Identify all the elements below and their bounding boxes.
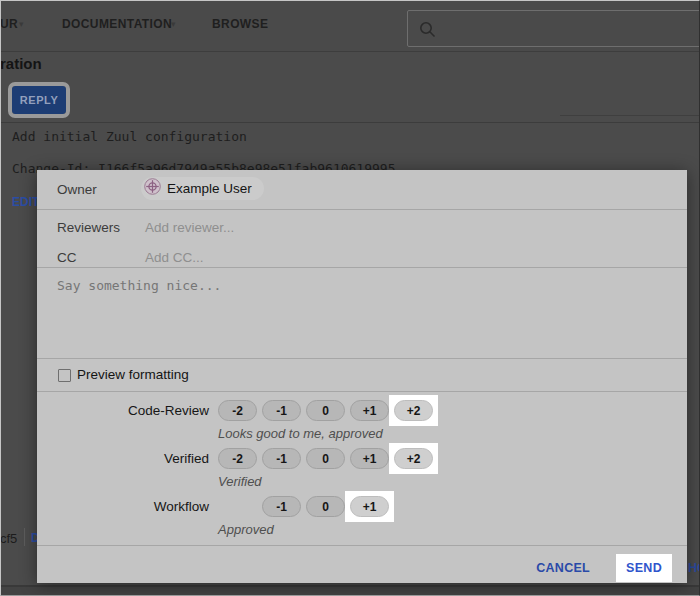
score-label: Workflow	[37, 499, 209, 514]
vote-button[interactable]: -2	[218, 400, 257, 421]
vote-button-group: -2 -1 0 +1 +2	[218, 400, 433, 421]
divider	[37, 391, 687, 392]
divider	[37, 209, 687, 210]
cc-label: CC	[57, 250, 77, 265]
caret-down-icon: ▾	[19, 19, 24, 29]
vote-button[interactable]: 0	[306, 496, 345, 517]
vote-button[interactable]: +1	[350, 448, 389, 469]
score-description: Looks good to me, approved	[218, 426, 383, 441]
nav-menu-browse[interactable]: BROWSE	[212, 17, 268, 31]
divider	[0, 122, 700, 123]
preview-formatting-checkbox[interactable]	[58, 369, 71, 382]
highlight-box: +2	[389, 443, 438, 474]
nav-menu-documentation[interactable]: DOCUMENTATION	[62, 17, 172, 31]
score-row-code-review: Code-Review -2 -1 0 +1 +2 Looks good to …	[37, 400, 687, 450]
top-navbar: UR ▾ DOCUMENTATION ▾ BROWSE	[0, 0, 700, 52]
page-bottom-strip	[0, 585, 700, 596]
vote-button[interactable]: -1	[262, 496, 301, 517]
add-reviewer-input[interactable]: Add reviewer...	[145, 220, 234, 235]
divider	[37, 358, 687, 359]
score-label: Verified	[37, 451, 209, 466]
vote-button[interactable]: -2	[218, 448, 257, 469]
vote-button[interactable]: -1	[262, 448, 301, 469]
search-icon	[419, 21, 436, 42]
owner-name: Example User	[167, 181, 252, 196]
vote-button-selected[interactable]: +2	[394, 400, 433, 421]
reply-message-textarea[interactable]	[51, 270, 673, 354]
vote-button[interactable]: 0	[306, 448, 345, 469]
vote-button[interactable]: 0	[306, 400, 345, 421]
divider	[560, 115, 700, 116]
divider	[37, 545, 687, 546]
add-cc-input[interactable]: Add CC...	[145, 250, 204, 265]
reviewers-label: Reviewers	[57, 220, 120, 235]
reply-button[interactable]: REPLY	[12, 86, 66, 114]
score-description: Approved	[218, 522, 274, 537]
score-row-workflow: Workflow -1 0 +1 Approved	[37, 496, 687, 546]
divider	[24, 528, 25, 546]
divider	[37, 267, 687, 268]
highlight-box: SEND	[616, 554, 672, 582]
send-button[interactable]: SEND	[626, 561, 662, 575]
score-label: Code-Review	[37, 403, 209, 418]
vote-button[interactable]: +1	[350, 400, 389, 421]
caret-down-icon: ▾	[171, 19, 176, 29]
owner-label: Owner	[57, 182, 97, 197]
vote-button[interactable]: -1	[262, 400, 301, 421]
edit-link[interactable]: EDIT	[12, 195, 39, 209]
vote-button-selected[interactable]: +1	[350, 496, 389, 517]
background-link-partial[interactable]: HO	[688, 561, 700, 575]
search-input[interactable]	[440, 12, 695, 45]
commit-hash-partial: cf5	[0, 531, 17, 546]
vote-button-group: -1 0 +1	[262, 496, 389, 517]
vote-button-selected[interactable]: +2	[394, 448, 433, 469]
gerrit-reply-screen: UR ▾ DOCUMENTATION ▾ BROWSE ration REPLY…	[0, 0, 700, 596]
owner-chip[interactable]: Example User	[141, 177, 264, 200]
dialog-footer: CANCEL SEND	[536, 556, 672, 580]
avatar-identicon	[144, 178, 161, 199]
score-description: Verified	[218, 474, 262, 489]
vote-button-group: -2 -1 0 +1 +2	[218, 448, 433, 469]
search-box	[407, 10, 700, 47]
reply-dialog: Owner Example User Reviewers Add reviewe…	[37, 170, 687, 583]
commit-subject: Add initial Zuul configuration	[12, 129, 247, 144]
nav-menu-partial[interactable]: UR	[0, 17, 18, 31]
highlight-box: +2	[389, 395, 438, 426]
page-title-partial: ration	[0, 55, 42, 72]
highlight-box: +1	[345, 491, 394, 522]
preview-formatting-label: Preview formatting	[77, 367, 189, 382]
cancel-button[interactable]: CANCEL	[536, 561, 590, 575]
